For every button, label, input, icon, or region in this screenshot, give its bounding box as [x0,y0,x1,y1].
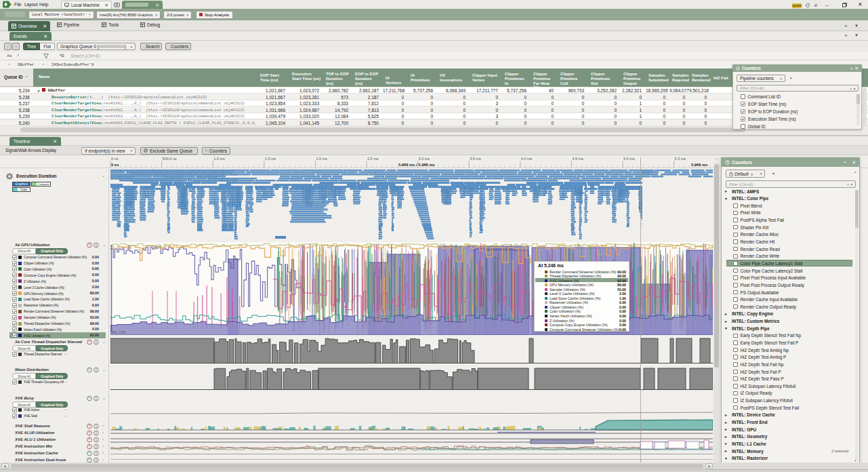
svg-text:5.0 ms: 5.0 ms [623,157,635,161]
svg-text:1.0 ms: 1.0 ms [213,157,225,161]
svg-text:0 ns: 0 ns [111,163,119,167]
svg-text:2.5 ms: 2.5 ms [367,157,379,161]
svg-text:1.5 ms: 1.5 ms [265,157,276,161]
svg-text:4.5 ms: 4.5 ms [572,157,583,161]
svg-text:Min: 0.00: Min: 0.00 [112,330,126,334]
svg-text:2.0 ms: 2.0 ms [316,157,327,161]
svg-text:5.966 ms / 5.966 ms: 5.966 ms / 5.966 ms [398,163,435,167]
svg-text:3.5 ms: 3.5 ms [470,157,481,161]
svg-text:5.966 ms: 5.966 ms [691,163,708,167]
svg-text:500.0 us: 500.0 us [163,157,177,161]
svg-text:4.0 ms: 4.0 ms [521,157,533,161]
svg-text:5.5 ms: 5.5 ms [675,157,686,161]
svg-text:3.0 ms: 3.0 ms [419,157,430,161]
svg-text:0 ns: 0 ns [111,157,119,161]
